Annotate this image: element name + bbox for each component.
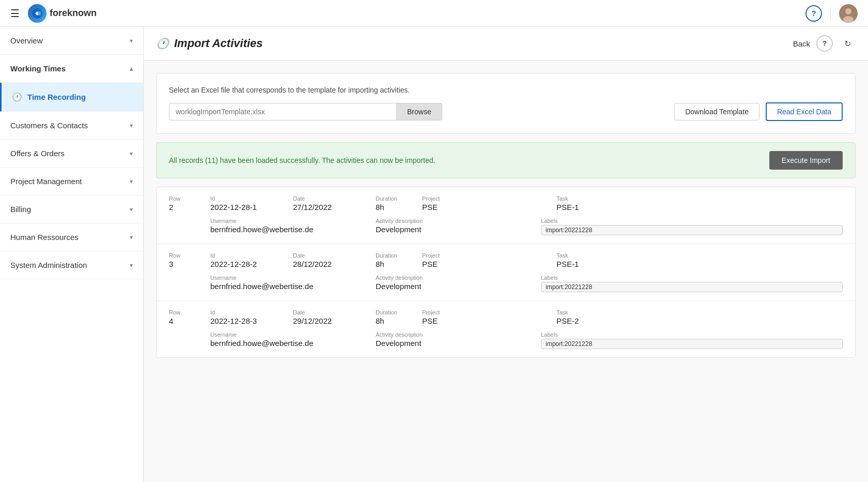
activity-value: Development [376,225,541,234]
date-label: Date [293,195,376,202]
file-row: Browse Download Template Read Excel Data [169,102,843,121]
sidebar-label-time-recording: Time Recording [27,93,86,101]
help-icon[interactable]: ? [805,5,822,22]
sidebar-label-overview: Overview [10,36,43,45]
sidebar-item-time-recording[interactable]: 🕐 Time Recording [0,83,143,112]
task-label: Task [556,195,843,202]
label-badge: import:20221228 [541,225,843,235]
sidebar: Overview ▾ Working Times ▴ 🕐 Time Record… [0,27,144,482]
labels-label: Labels [541,332,843,338]
clock-icon: 🕐 [12,92,22,102]
svg-rect-1 [38,11,41,16]
record-top-0: Row 2 Id 2022-12-28-1 Date 27/12/2022 Du… [169,195,843,212]
field-project-2: Project PSE [422,309,556,325]
sidebar-label-customers-contacts: Customers & Contacts [10,121,88,130]
page-help-icon[interactable]: ? [816,35,833,52]
username-value: bernfried.howe@webertise.de [210,225,376,234]
record-bottom-2: Username bernfried.howe@webertise.de Act… [169,332,843,349]
date-value: 29/12/2022 [293,317,376,325]
table-row: Row 4 Id 2022-12-28-3 Date 29/12/2022 Du… [157,301,855,357]
field-date-1: Date 28/12/2022 [293,252,376,268]
task-value: PSE-1 [556,260,843,268]
username-label: Username [210,275,376,281]
field-labels-0: Labels import:20221228 [541,218,843,235]
id-value: 2022-12-28-3 [210,317,293,325]
username-label: Username [210,332,376,338]
file-input[interactable] [169,103,396,120]
read-excel-button[interactable]: Read Excel Data [766,102,843,121]
field-labels-2: Labels import:20221228 [541,332,843,349]
sidebar-item-human-ressources[interactable]: Human Ressources ▾ [0,223,143,251]
refresh-icon[interactable]: ↻ [839,35,856,52]
record-bottom-1: Username bernfried.howe@webertise.de Act… [169,275,843,292]
date-value: 28/12/2022 [293,260,376,268]
sidebar-item-offers-orders[interactable]: Offers & Orders ▾ [0,140,143,168]
id-label: Id [210,252,293,259]
field-activity-0: Activity description Development [376,218,541,234]
label-badge: import:20221228 [541,282,843,292]
username-value: bernfried.howe@webertise.de [210,282,376,291]
field-date-0: Date 27/12/2022 [293,195,376,212]
browse-button[interactable]: Browse [396,103,442,120]
duration-label: Duration [376,252,422,259]
top-header: ☰ foreknown ? [0,0,868,27]
task-value: PSE-1 [556,203,843,212]
sidebar-label-project-management: Project Management [10,177,82,186]
field-id-2: Id 2022-12-28-3 [210,309,293,325]
sidebar-item-overview[interactable]: Overview ▾ [0,27,143,55]
file-action-buttons: Download Template Read Excel Data [674,102,843,121]
activity-value: Development [376,282,541,291]
field-project-1: Project PSE [422,252,556,268]
chevron-down-icon: ▾ [130,206,133,213]
sidebar-item-project-management[interactable]: Project Management ▾ [0,168,143,195]
field-activity-2: Activity description Development [376,332,541,348]
field-username-0: Username bernfried.howe@webertise.de [210,218,376,234]
sidebar-item-working-times[interactable]: Working Times ▴ [0,55,143,83]
sidebar-label-working-times: Working Times [10,64,66,73]
success-message: All records (11) have been loaded succes… [169,156,435,164]
label-badge: import:20221228 [541,339,843,349]
sidebar-item-customers-contacts[interactable]: Customers & Contacts ▾ [0,112,143,140]
duration-value: 8h [376,317,422,325]
sidebar-label-billing: Billing [10,205,31,214]
download-template-button[interactable]: Download Template [674,103,760,120]
page-header: 🕐 Import Activities Back ? ↻ [144,27,868,61]
sidebar-item-billing[interactable]: Billing ▾ [0,195,143,223]
sidebar-label-offers-orders: Offers & Orders [10,149,65,158]
field-date-2: Date 29/12/2022 [293,309,376,325]
project-value: PSE [422,203,556,212]
field-row-2: Row 4 [169,309,210,325]
chevron-down-icon: ▾ [130,37,133,44]
header-right: ? [805,4,858,23]
table-row: Row 2 Id 2022-12-28-1 Date 27/12/2022 Du… [157,187,855,244]
logo-text: foreknown [50,8,97,19]
hamburger-menu[interactable]: ☰ [10,7,20,20]
activity-label: Activity description [376,275,541,281]
logo: foreknown [28,4,97,23]
back-button[interactable]: Back [793,39,810,48]
activity-label: Activity description [376,332,541,338]
execute-import-button[interactable]: Execute Import [769,151,843,170]
field-duration-2: Duration 8h [376,309,422,325]
duration-value: 8h [376,260,422,268]
svg-point-3 [845,8,851,14]
user-avatar[interactable] [839,4,858,23]
field-duration-0: Duration 8h [376,195,422,212]
sidebar-item-system-administration[interactable]: System Administration ▾ [0,251,143,279]
page-header-actions: Back ? ↻ [793,35,856,52]
id-value: 2022-12-28-1 [210,203,293,212]
field-project-0: Project PSE [422,195,556,212]
chevron-down-icon: ▾ [130,150,133,157]
duration-value: 8h [376,203,422,212]
project-label: Project [422,309,556,315]
file-description: Select an Excel file that corresponds to… [169,86,843,94]
id-label: Id [210,195,293,202]
field-activity-1: Activity description Development [376,275,541,291]
row-value: 3 [169,260,210,268]
row-value: 2 [169,203,210,212]
chevron-down-icon: ▾ [130,262,133,269]
main-layout: Overview ▾ Working Times ▴ 🕐 Time Record… [0,27,868,482]
task-value: PSE-2 [556,317,843,325]
file-section: Select an Excel file that corresponds to… [156,73,856,134]
sidebar-label-system-administration: System Administration [10,261,87,269]
